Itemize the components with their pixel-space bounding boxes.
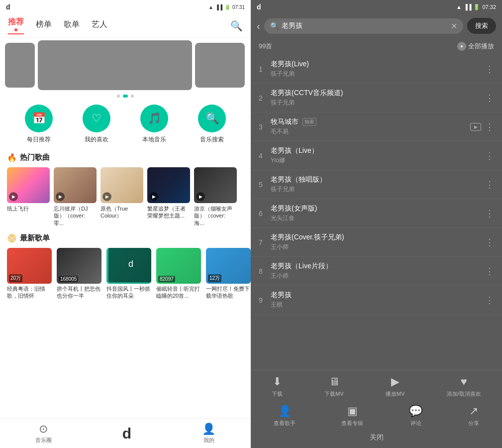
music-search-label: 音乐搜索 bbox=[200, 135, 224, 144]
more-button-4[interactable]: ⋮ bbox=[485, 150, 494, 161]
hot-song-5[interactable]: ▶ 游京（烟喉女声版）（cover: 海... bbox=[194, 167, 237, 226]
left-panel: d ▲ ▐▐ 🔋 07:31 推荐 榜单 歌单 艺人 🔍 📅 每日推荐 ♡ bbox=[0, 0, 251, 448]
left-app-icon: d bbox=[6, 3, 10, 11]
tab-charts[interactable]: 榜单 bbox=[36, 19, 52, 32]
albums-list: 20万 经典粤语：旧情歌，旧情怀 168005 拼个耳机丨把悲伤也分你一半 d … bbox=[0, 245, 251, 303]
song-item-5[interactable]: 5 老男孩（独唱版） 筷子兄弟 ⋮ bbox=[251, 170, 502, 199]
new-albums-title: 📀 最新歌单 bbox=[0, 229, 251, 245]
song-item-8[interactable]: 8 老男孩（Live片段） 王小师 ⋮ bbox=[251, 257, 502, 286]
song-artist-8: 王小师 bbox=[271, 272, 485, 280]
action-play-mv[interactable]: ▶ 播放MV bbox=[386, 375, 405, 398]
album-4[interactable]: 82097 催眠轻音丨听完打瞌睡的20首... bbox=[156, 248, 201, 300]
tab-recommend[interactable]: 推荐 bbox=[8, 17, 24, 34]
play-all-button[interactable]: ● 全部播放 bbox=[457, 42, 494, 51]
play-overlay-3: ▶ bbox=[102, 192, 111, 201]
album-2[interactable]: 168005 拼个耳机丨把悲伤也分你一半 bbox=[57, 248, 101, 300]
banner-left bbox=[5, 43, 35, 88]
more-button-9[interactable]: ⋮ bbox=[485, 295, 494, 306]
play-overlay-2: ▶ bbox=[56, 192, 65, 201]
hot-song-thumb-2: ▶ bbox=[54, 167, 97, 203]
hot-song-4[interactable]: ▶ 繁星追梦（王者荣耀梦想主题... bbox=[147, 167, 190, 226]
right-signal-icon: ▐▐ bbox=[464, 4, 472, 10]
song-item-9[interactable]: 9 老男孩 王棋 ⋮ bbox=[251, 286, 502, 315]
wifi-icon: ▲ bbox=[208, 4, 213, 10]
favorites-icon: ♡ bbox=[83, 105, 110, 132]
album-icon: 📀 bbox=[7, 233, 17, 243]
share-icon: ↗ bbox=[469, 405, 478, 418]
action-download[interactable]: ⬇ 下载 bbox=[272, 375, 283, 398]
action-view-album[interactable]: ▣ 查看专辑 bbox=[341, 405, 363, 427]
album-thumb-5: 12万 bbox=[206, 248, 251, 284]
play-overlay-4: ▶ bbox=[149, 192, 158, 201]
tab-playlist[interactable]: 歌单 bbox=[64, 19, 80, 32]
hot-song-name-2: 忘川彼岸（DJ版）（cover: 零... bbox=[54, 205, 97, 226]
search-query-text[interactable]: 老男孩 bbox=[282, 21, 448, 30]
song-actions-6: ⋮ bbox=[485, 208, 494, 219]
quick-action-favorites[interactable]: ♡ 我的喜欢 bbox=[83, 105, 110, 144]
quick-action-search[interactable]: 🔍 音乐搜索 bbox=[198, 105, 226, 144]
album-1[interactable]: 20万 经典粤语：旧情歌，旧情怀 bbox=[7, 248, 52, 300]
song-item-7[interactable]: 7 老男孩(Cover.筷子兄弟) 王小师 ⋮ bbox=[251, 228, 502, 257]
view-album-label: 查看专辑 bbox=[341, 420, 363, 427]
banner-center bbox=[38, 40, 192, 90]
song-item-2[interactable]: 2 老男孩(CCTV音乐频道) 筷子兄弟 ⋮ bbox=[251, 84, 502, 112]
more-button-3[interactable]: ⋮ bbox=[485, 121, 494, 132]
more-button-2[interactable]: ⋮ bbox=[485, 93, 494, 104]
action-share[interactable]: ↗ 分享 bbox=[468, 405, 479, 427]
more-button-7[interactable]: ⋮ bbox=[485, 237, 494, 248]
song-title-1: 老男孩(Live) bbox=[271, 60, 485, 69]
action-favorite[interactable]: ♥ 添加/取消喜欢 bbox=[447, 375, 481, 398]
right-battery-icon: 🔋 bbox=[473, 4, 480, 10]
nav-my[interactable]: 👤 我的 bbox=[202, 423, 215, 444]
more-button-8[interactable]: ⋮ bbox=[485, 266, 494, 277]
bottom-nav: ⊙ 音乐圈 d 👤 我的 bbox=[0, 418, 251, 448]
comment-label: 评论 bbox=[410, 420, 421, 427]
hot-song-2[interactable]: ▶ 忘川彼岸（DJ版）（cover: 零... bbox=[54, 167, 97, 226]
hot-song-1[interactable]: ▶ 纸上飞行 bbox=[7, 167, 50, 226]
song-item-6[interactable]: 6 老男孩(女声版) 光头江食 ⋮ bbox=[251, 199, 502, 228]
view-artist-label: 查看歌手 bbox=[274, 420, 296, 427]
quick-action-daily[interactable]: 📅 每日推荐 bbox=[25, 105, 53, 144]
song-item-1[interactable]: 1 老男孩(Live) 筷子兄弟 ⋮ bbox=[251, 55, 502, 84]
hot-song-name-1: 纸上飞行 bbox=[7, 205, 50, 212]
tab-artists[interactable]: 艺人 bbox=[92, 19, 107, 32]
song-title-8: 老男孩（Live片段） bbox=[271, 262, 485, 271]
song-num-5: 5 bbox=[259, 181, 271, 189]
music-circle-label: 音乐圈 bbox=[35, 437, 52, 444]
view-artist-icon: 👤 bbox=[278, 405, 292, 418]
album-name-4: 催眠轻音丨听完打瞌睡的20首... bbox=[156, 285, 201, 300]
back-button[interactable]: ‹ bbox=[257, 20, 260, 32]
song-item-4[interactable]: 4 老男孩（Live） Yio娜 ⋮ bbox=[251, 141, 502, 170]
nav-music-circle[interactable]: ⊙ 音乐圈 bbox=[35, 423, 52, 444]
song-item-3[interactable]: 3 牧马城市 独家 毛不易 ▶ ⋮ bbox=[251, 112, 502, 141]
search-submit-button[interactable]: 搜索 bbox=[467, 18, 496, 34]
close-button[interactable]: 关闭 bbox=[370, 433, 384, 442]
song-info-2: 老男孩(CCTV音乐频道) 筷子兄弟 bbox=[271, 89, 485, 107]
action-row-1: ⬇ 下载 🖥 下载MV ▶ 播放MV ♥ 添加/取消喜欢 bbox=[251, 370, 502, 400]
album-5[interactable]: 12万 一网打尽！免费下载华语热歌 bbox=[206, 248, 251, 300]
search-clear-button[interactable]: ✕ bbox=[451, 21, 457, 31]
exclusive-tag: 独家 bbox=[302, 118, 316, 126]
more-button-5[interactable]: ⋮ bbox=[485, 179, 494, 190]
my-icon: 👤 bbox=[202, 423, 215, 436]
album-3[interactable]: d 抖音国风丨一秒抓住你的耳朵 bbox=[106, 248, 151, 300]
action-view-artist[interactable]: 👤 查看歌手 bbox=[274, 405, 296, 427]
song-title-6: 老男孩(女声版) bbox=[271, 204, 485, 213]
song-info-4: 老男孩（Live） Yio娜 bbox=[271, 146, 485, 165]
quick-action-local[interactable]: 🎵 本地音乐 bbox=[140, 105, 168, 144]
action-comment[interactable]: 💬 评论 bbox=[409, 405, 422, 427]
quick-actions: 📅 每日推荐 ♡ 我的喜欢 🎵 本地音乐 🔍 音乐搜索 bbox=[0, 100, 251, 149]
more-button-1[interactable]: ⋮ bbox=[485, 64, 494, 75]
search-bar: ‹ 🔍 老男孩 ✕ 搜索 bbox=[251, 14, 502, 38]
more-button-6[interactable]: ⋮ bbox=[485, 208, 494, 219]
action-download-mv[interactable]: 🖥 下载MV bbox=[324, 375, 344, 398]
album-thumb-3: d bbox=[106, 248, 151, 284]
search-icon[interactable]: 🔍 bbox=[230, 20, 243, 32]
flame-icon: 🔥 bbox=[7, 153, 17, 162]
song-actions-4: ⋮ bbox=[485, 150, 494, 161]
nav-logo[interactable]: d bbox=[122, 425, 131, 442]
song-info-3: 牧马城市 独家 毛不易 bbox=[271, 117, 470, 136]
mv-icon-3: ▶ bbox=[470, 123, 481, 131]
song-title-3: 牧马城市 独家 bbox=[271, 117, 470, 126]
hot-song-3[interactable]: ▶ 原色（True Colour） bbox=[100, 167, 143, 226]
